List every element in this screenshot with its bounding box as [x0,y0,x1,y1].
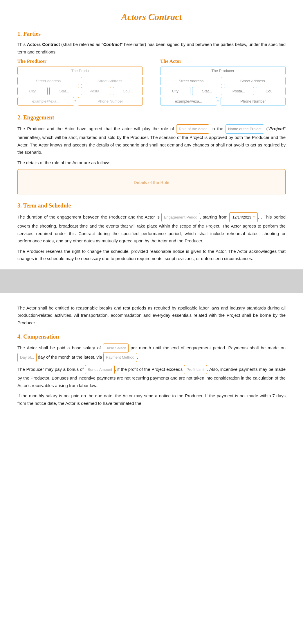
term-text2: The Producer reserves the right to chang… [17,248,286,262]
producer-address2-field[interactable]: Street Address ... [81,77,143,85]
producer-address1-field[interactable]: Street Address [17,77,79,85]
actor-email-field[interactable]: example@exa... [160,97,217,105]
producer-title: The Producer [17,58,143,64]
profit-limit-field[interactable]: Profit Limit [184,365,207,374]
actor-phone-field[interactable]: Phone Number [221,97,286,105]
start-date-field[interactable]: 12/14/2023 * [229,212,258,222]
producer-postal-field[interactable]: Posta... [81,87,111,95]
producer-name-field[interactable]: The Produ [17,67,143,75]
parties-intro: This Actors Contract (shall be referred … [17,41,286,56]
parties-grid: The Producer The Produ Street Address St… [17,58,286,107]
term-text1: The duration of the engagement between t… [17,212,286,245]
section-term: 3. Term and Schedule The duration of the… [17,202,286,262]
page-title: Actors Contract [17,12,286,22]
term-text3: The Actor shall be entitled to reasonabl… [17,304,286,327]
section-engagement: 2. Engagement The Producer and the Actor… [17,114,286,195]
project-ref: Project [269,126,284,131]
actor-email-required: * [217,99,219,104]
actor-contact-row: example@exa... * Phone Number [160,97,286,105]
bonus-amount-field[interactable]: Bonus Amount [85,365,115,374]
page-divider [0,269,303,293]
actor-city-field[interactable]: City [160,87,190,95]
producer-block: The Producer The Produ Street Address St… [17,58,143,107]
actor-city-row: City Stat... Posta... Cou... [160,87,286,95]
role-field[interactable]: Role of the Actor [176,124,209,134]
section-term-continued: The Actor shall be entitled to reasonabl… [17,304,286,327]
project-name-field[interactable]: Name of the Project [226,124,264,134]
compensation-text2: The Producer may pay a bonus of Bonus Am… [17,365,286,389]
section-compensation: 4. Compensation The Actor shall be paid … [17,333,286,407]
producer-phone-field[interactable]: Phone Number [78,97,143,105]
engagement-title: 2. Engagement [17,114,286,121]
producer-contact-row: example@exa... * Phone Number [17,97,143,105]
producer-country-field[interactable]: Cou... [113,87,143,95]
actor-address-row: Street Address Street Address ... [160,77,286,85]
parties-title: 1. Parties [17,31,286,37]
page: Actors Contract 1. Parties This Actors C… [0,0,303,425]
compensation-title: 4. Compensation [17,333,286,340]
engagement-text: The Producer and the Actor have agreed t… [17,124,286,156]
actor-name-field[interactable]: The Producer [160,67,286,75]
actor-country-field[interactable]: Cou... [256,87,286,95]
compensation-text3: If the monthly salary is not paid on the… [17,392,286,407]
actor-address2-field[interactable]: Street Address ... [224,77,286,85]
producer-email-field[interactable]: example@exa... [17,97,74,105]
section-parties: 1. Parties This Actors Contract (shall b… [17,31,286,107]
role-details-field[interactable]: Details of the Role [17,169,286,195]
producer-state-field[interactable]: Stat... [49,87,80,95]
actor-block: The Actor The Producer Street Address St… [160,58,286,107]
actor-address1-field[interactable]: Street Address [160,77,222,85]
actor-postal-field[interactable]: Posta... [224,87,254,95]
actor-title: The Actor [160,58,286,64]
producer-city-row: City Stat... Posta... Cou... [17,87,143,95]
payment-method-field[interactable]: Payment Method [103,353,137,362]
contract-ref: Contract [103,42,121,47]
day-field[interactable]: Day of... [17,353,37,362]
compensation-text1: The Actor shall be paid a base salary of… [17,344,286,362]
base-salary-field[interactable]: Base Salary [103,344,129,353]
producer-address-row: Street Address Street Address ... [17,77,143,85]
actor-state-field[interactable]: Stat... [192,87,222,95]
contract-name-bold: Actors Contract [27,42,60,47]
term-title: 3. Term and Schedule [17,202,286,209]
details-label: The details of the role of the Actor are… [17,159,286,167]
producer-city-field[interactable]: City [17,87,48,95]
engagement-period-field[interactable]: Engagement Period [161,213,200,222]
producer-email-required: * [75,99,76,104]
